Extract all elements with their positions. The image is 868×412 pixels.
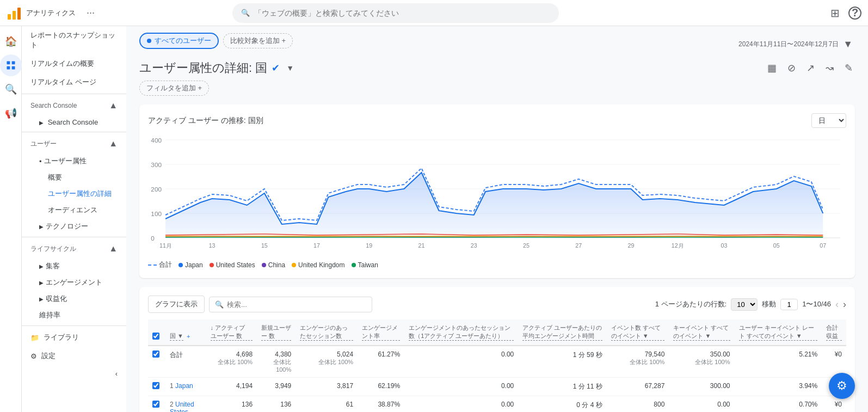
sidebar-item-acquisition[interactable]: ▶ 集客: [22, 258, 126, 274]
show-chart-button[interactable]: グラフに表示: [148, 296, 205, 313]
us-engaged-sessions-cell: 61: [296, 396, 358, 413]
sidebar-item-technology[interactable]: ▶ テクノロジー: [22, 218, 126, 235]
us-country-label[interactable]: United States: [170, 401, 194, 412]
table-controls: グラフに表示 🔍 1 ページあたりの行数: 10 25 50 移動: [148, 296, 846, 313]
header-key-events[interactable]: キーイベント すべてのイベント ▼: [669, 319, 734, 346]
sidebar-library-section: 📁 ライブラリ ⚙ 設定 ‹: [22, 325, 126, 382]
add-compare-button[interactable]: 比較対象を追加 +: [223, 33, 293, 48]
sidebar-item-audience[interactable]: オーディエンス: [22, 202, 126, 218]
global-search-input[interactable]: [254, 9, 550, 17]
sidebar-user-demographics-label: ユーザー属性: [44, 156, 87, 166]
help-icon[interactable]: ?: [848, 7, 861, 20]
filter-bar: フィルタを追加 +: [139, 81, 855, 96]
sidebar-item-realtime-overview[interactable]: リアルタイムの概要: [22, 54, 126, 73]
sidebar-divider-2: [22, 132, 126, 132]
legend-item-us: United States: [210, 261, 255, 269]
add-dimension-icon[interactable]: +: [187, 333, 190, 340]
sidebar-item-overview[interactable]: 概要: [22, 169, 126, 186]
table-search-input[interactable]: [227, 300, 366, 309]
header-new-users[interactable]: 新規ユーザー 数: [257, 319, 296, 346]
header-key-event-rate[interactable]: ユーザー キーイベント レート すべてのイベント ▼: [735, 319, 822, 346]
more-options-button[interactable]: ···: [87, 7, 95, 19]
date-picker-button[interactable]: ▼: [841, 36, 855, 52]
sidebar-user-header[interactable]: ユーザー ▲: [22, 134, 126, 153]
chart-period-select[interactable]: 時間 日 週 月: [811, 113, 846, 128]
total-event-count-val: 79,540: [645, 350, 665, 358]
share-icon-button[interactable]: ↗: [804, 60, 817, 76]
rows-per-page-select[interactable]: 10 25 50: [731, 298, 758, 311]
show-chart-label: グラフに表示: [155, 300, 198, 308]
sidebar-main: レポートのスナップショット リアルタイムの概要 リアルタイム ページ Searc…: [22, 26, 126, 412]
sidebar-divider-1: [22, 94, 126, 94]
sidebar-item-settings[interactable]: ⚙ 設定: [22, 347, 126, 365]
header-avg-engagement[interactable]: アクティブ ユーザーあたりの平均エンゲージメント時間: [518, 319, 606, 346]
us-key-events-val: 0.00: [717, 401, 730, 408]
chart-svg: 400 300 200 100 0 11月 13: [148, 134, 846, 254]
header-active-users[interactable]: ↓ アクティブ ユーザー 数: [206, 319, 257, 346]
sidebar-item-retention[interactable]: 維持率: [22, 307, 126, 323]
nav-icon-home[interactable]: 🏠: [0, 30, 22, 52]
sidebar-user-group-label: ユーザー: [30, 139, 57, 149]
sidebar-lifecycle-header[interactable]: ライフサイクル ▲: [22, 239, 126, 258]
global-search-bar: 🔍: [232, 3, 559, 23]
legend-japan-label: Japan: [185, 261, 203, 269]
page-move-input[interactable]: [780, 299, 798, 310]
us-row-checkbox[interactable]: [152, 401, 159, 408]
sidebar-item-monetization[interactable]: ▶ 収益化: [22, 291, 126, 307]
japan-row-checkbox[interactable]: [152, 382, 159, 389]
table-row-japan: 1 Japan 4,194 3,949 3,817: [148, 378, 846, 396]
sidebar-search-console-header[interactable]: Search Console ▲: [22, 96, 126, 115]
add-filter-button[interactable]: フィルタを追加 +: [139, 81, 209, 96]
bullet-icon: •: [39, 157, 42, 165]
sidebar-item-search-console[interactable]: ▶ Search Console: [22, 115, 126, 130]
nav-icon-advertising[interactable]: 📢: [0, 102, 22, 124]
sidebar-item-library[interactable]: 📁 ライブラリ: [22, 328, 126, 347]
header-event-count[interactable]: イベント数 すべてのイベント ▼: [607, 319, 669, 346]
nav-icon-reports[interactable]: [0, 54, 22, 76]
all-users-segment[interactable]: すべてのユーザー: [139, 33, 219, 49]
sidebar-realtime-page-label: リアルタイム ページ: [30, 77, 96, 87]
header-total-revenue[interactable]: 合計収益: [822, 319, 846, 346]
key-event-rate-col-label: ユーザー キーイベント レート すべてのイベント ▼: [739, 324, 818, 341]
svg-text:0: 0: [151, 235, 155, 242]
legend-uk-dot: [292, 263, 296, 267]
header-engagement-rate[interactable]: エンゲージメント率: [358, 319, 404, 346]
header-country[interactable]: 国 ▼+: [165, 319, 206, 346]
nav-icon-explore[interactable]: 🔍: [0, 78, 22, 100]
settings-fab-button[interactable]: ⚙: [829, 373, 855, 399]
filter-icon-button[interactable]: ⊘: [785, 60, 798, 76]
prev-page-button[interactable]: ‹: [835, 299, 839, 310]
date-range-text: 2024年11月11日〜2024年12月7日: [738, 40, 839, 49]
sidebar-item-snapshot[interactable]: レポートのスナップショット: [22, 26, 126, 54]
title-dropdown-button[interactable]: ▼: [284, 62, 296, 75]
columns-icon-button[interactable]: ▦: [765, 60, 779, 76]
expand-icon-3: ▶: [39, 280, 44, 286]
svg-rect-6: [11, 66, 15, 70]
total-sessions-per-user-val: 0.00: [501, 350, 514, 358]
header-engaged-sessions[interactable]: エンゲージのあったセッション数: [296, 319, 358, 346]
legend-total-line: [148, 265, 157, 266]
total-label: 合計: [170, 351, 183, 359]
svg-text:12月: 12月: [672, 243, 684, 249]
legend-china-label: China: [268, 261, 285, 269]
legend-taiwan-label: Taiwan: [358, 261, 378, 269]
sidebar-realtime-label: リアルタイムの概要: [30, 59, 94, 69]
total-new-users-sub: 全体比 100%: [261, 358, 291, 373]
grid-icon[interactable]: ⊞: [830, 7, 840, 20]
japan-engaged-sessions-val: 3,817: [337, 382, 353, 390]
next-page-button[interactable]: ›: [843, 299, 846, 310]
total-sessions-per-user-cell: 0.00: [404, 346, 518, 378]
select-all-checkbox[interactable]: [152, 333, 159, 340]
chevron-up-icon-2: ▲: [109, 139, 118, 149]
header-sessions-per-user[interactable]: エンゲージメントのあったセッション数（1アクティブ ユーザーあたり）: [404, 319, 518, 346]
sidebar-item-demographics-detail[interactable]: ユーザー属性の詳細: [22, 186, 126, 202]
sidebar-item-engagement[interactable]: ▶ エンゲージメント: [22, 274, 126, 291]
edit-icon-button[interactable]: ✎: [842, 60, 855, 76]
japan-country-label[interactable]: Japan: [175, 382, 193, 390]
sidebar-item-realtime-page[interactable]: リアルタイム ページ: [22, 73, 126, 91]
total-row-checkbox[interactable]: [152, 350, 159, 358]
page-title: ユーザー属性の詳細: 国 ✔ ▼: [139, 60, 296, 76]
insights-icon-button[interactable]: ↝: [823, 60, 836, 76]
sidebar-collapse-button[interactable]: ‹: [22, 365, 126, 382]
sidebar-item-user-demographics[interactable]: • ユーザー属性: [22, 153, 126, 169]
